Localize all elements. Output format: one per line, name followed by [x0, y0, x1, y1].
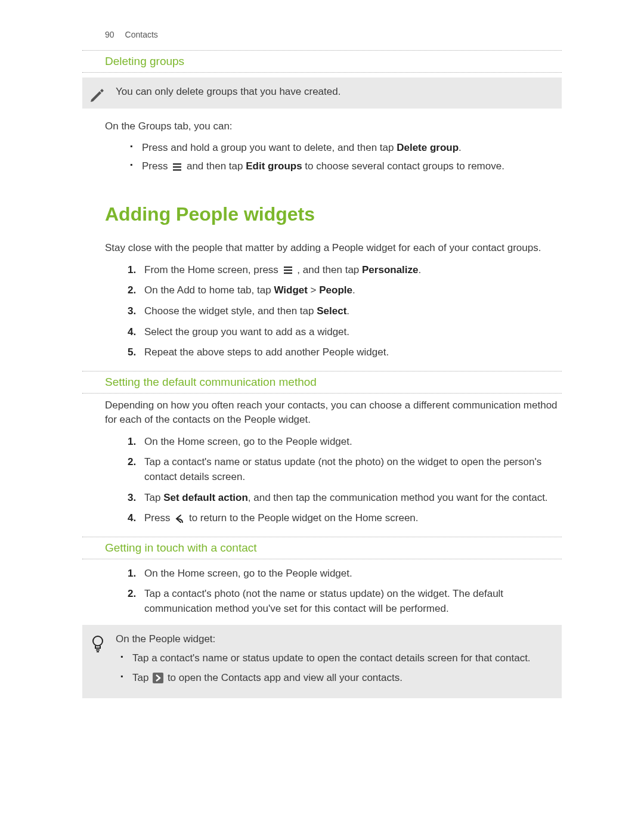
- svg-rect-1: [173, 166, 181, 168]
- step-number: 2.: [128, 587, 136, 602]
- bold-term: Personalize: [362, 264, 419, 275]
- bold-term: Select: [317, 305, 346, 317]
- step-number: 4.: [128, 511, 136, 526]
- heading-deleting-groups: Deleting groups: [105, 51, 562, 72]
- list-item: 4. Select the group you want to add as a…: [130, 325, 562, 340]
- text: , and then tap: [297, 264, 362, 275]
- page-number: 90: [105, 29, 114, 41]
- tip-intro: On the People widget:: [116, 632, 553, 647]
- svg-rect-5: [284, 272, 292, 274]
- text: .: [459, 142, 462, 153]
- text: On the Home screen, go to the People wid…: [144, 568, 352, 579]
- bullet-list: Press and hold a group you want to delet…: [130, 141, 562, 174]
- text: , and then tap the communication method …: [248, 492, 548, 503]
- list-item: 2. Tap a contact's name or status update…: [130, 455, 562, 484]
- ordered-steps: 1. From the Home screen, press , and the…: [130, 263, 562, 360]
- text: to open the Contacts app and view all yo…: [168, 672, 402, 683]
- section-heading-wrap: Setting the default communication method: [82, 371, 562, 394]
- back-arrow-icon: [174, 513, 185, 524]
- text: .: [352, 284, 355, 296]
- ordered-steps: 1. On the Home screen, go to the People …: [130, 435, 562, 526]
- intro-text: On the Groups tab, you can:: [105, 119, 562, 134]
- svg-rect-3: [284, 267, 292, 268]
- text: Choose the widget style, and then tap: [144, 305, 317, 317]
- list-item: 1. From the Home screen, press , and the…: [130, 263, 562, 278]
- text: Tap: [144, 492, 163, 503]
- text: to return to the People widget on the Ho…: [189, 512, 419, 524]
- svg-point-6: [93, 636, 103, 646]
- section-heading-wrap: Getting in touch with a contact: [82, 537, 562, 559]
- text: Press: [144, 512, 173, 524]
- svg-rect-0: [173, 163, 181, 165]
- text: Tap a contact's photo (not the name or s…: [144, 588, 503, 614]
- step-number: 3.: [128, 304, 136, 319]
- list-item: 2. Tap a contact's photo (not the name o…: [130, 587, 562, 616]
- list-item: 3. Tap Set default action, and then tap …: [130, 491, 562, 506]
- list-item: 4. Press to return to the People widget …: [130, 511, 562, 526]
- text: Select the group you want to add as a wi…: [144, 326, 349, 337]
- menu-icon: [283, 265, 293, 275]
- heading-default-comm-method: Setting the default communication method: [105, 371, 562, 393]
- list-item: 3. Choose the widget style, and then tap…: [130, 304, 562, 319]
- text: Press and hold a group you want to delet…: [142, 142, 397, 153]
- list-item: 5. Repeat the above steps to add another…: [130, 345, 562, 360]
- list-item: Press and hold a group you want to delet…: [130, 141, 562, 156]
- text: and then tap: [187, 160, 246, 172]
- text: Tap: [132, 672, 151, 683]
- text: to choose several contact groups to remo…: [302, 160, 504, 172]
- text: >: [308, 284, 319, 296]
- tip-box: On the People widget: Tap a contact's na…: [82, 625, 562, 699]
- step-number: 1.: [128, 263, 136, 278]
- list-item: 1. On the Home screen, go to the People …: [130, 435, 562, 450]
- bold-term: Delete group: [397, 142, 459, 153]
- list-item: 1. On the Home screen, go to the People …: [130, 566, 562, 581]
- svg-rect-4: [284, 270, 292, 271]
- text: Press: [142, 160, 171, 172]
- step-number: 2.: [128, 283, 136, 298]
- chapter-title: Contacts: [125, 29, 158, 41]
- bold-term: Edit groups: [246, 160, 302, 172]
- list-item: 2. On the Add to home tab, tap Widget > …: [130, 283, 562, 298]
- step-number: 4.: [128, 325, 136, 340]
- tip-bullet-list: Tap a contact's name or status update to…: [120, 651, 553, 685]
- step-number: 2.: [128, 455, 136, 470]
- text: On the Add to home tab, tap: [144, 284, 274, 296]
- text: .: [346, 305, 349, 317]
- bold-term: Set default action: [163, 492, 248, 503]
- text: On the Home screen, go to the People wid…: [144, 436, 352, 447]
- step-number: 1.: [128, 435, 136, 450]
- step-number: 5.: [128, 345, 136, 360]
- step-number: 1.: [128, 566, 136, 581]
- text: Tap a contact's name or status update (n…: [144, 456, 541, 482]
- note-text: You can only delete groups that you have…: [116, 83, 553, 100]
- intro-text: Depending on how you often reach your co…: [105, 398, 562, 428]
- page-header: 90 Contacts: [105, 29, 562, 41]
- bold-term: People: [319, 284, 352, 296]
- text: Repeat the above steps to add another Pe…: [144, 346, 389, 358]
- list-item: Press and then tap Edit groups to choose…: [130, 159, 562, 174]
- step-number: 3.: [128, 491, 136, 506]
- list-item: Tap a contact's name or status update to…: [120, 651, 553, 666]
- manual-page: 90 Contacts Deleting groups You can only…: [0, 0, 644, 833]
- heading-getting-in-touch: Getting in touch with a contact: [105, 537, 562, 559]
- svg-rect-2: [173, 169, 181, 171]
- intro-text: Stay close with the people that matter b…: [105, 241, 562, 256]
- text: From the Home screen, press: [144, 264, 281, 275]
- section-heading-wrap: Deleting groups: [82, 50, 562, 73]
- chevron-right-icon: [153, 673, 163, 683]
- bold-term: Widget: [274, 284, 308, 296]
- note-box: You can only delete groups that you have…: [82, 78, 562, 109]
- lightbulb-icon: [88, 634, 107, 652]
- pencil-icon: [87, 85, 107, 103]
- text: Tap a contact's name or status update to…: [132, 652, 531, 664]
- ordered-steps: 1. On the Home screen, go to the People …: [130, 566, 562, 617]
- text: .: [419, 264, 422, 275]
- menu-icon: [172, 162, 182, 172]
- list-item: Tap to open the Contacts app and view al…: [120, 671, 553, 686]
- tip-body: On the People widget: Tap a contact's na…: [116, 632, 553, 690]
- heading-adding-people-widgets: Adding People widgets: [105, 200, 562, 228]
